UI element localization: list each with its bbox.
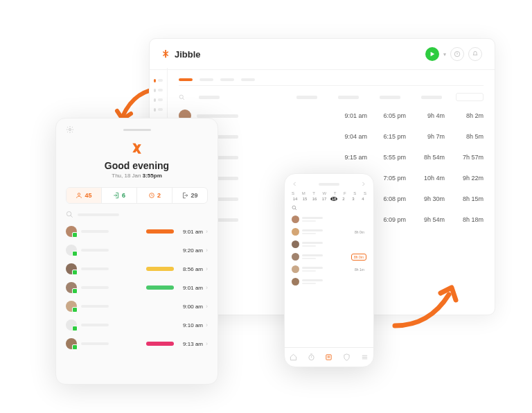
svg-line-3: [183, 98, 184, 99]
brand-logo-icon: [130, 142, 144, 156]
table-row[interactable]: 9:01 am6:05 pm9h 4m8h 2m: [179, 109, 484, 122]
play-button[interactable]: [425, 47, 439, 61]
list-item[interactable]: 9:00 am›: [66, 301, 208, 312]
list-item[interactable]: 9:20 am›: [66, 245, 208, 256]
home-icon[interactable]: [290, 353, 297, 361]
list-icon[interactable]: [325, 353, 332, 361]
status-tabs[interactable]: 45 6 2 29: [66, 187, 208, 204]
stat-out[interactable]: 29: [172, 188, 207, 203]
tablet-window: Good evening Thu, 18 Jan 3:55pm 45 6 2 2…: [55, 118, 218, 385]
svg-point-11: [309, 355, 314, 360]
list-item[interactable]: 9:10 am›: [66, 319, 208, 331]
svg-point-2: [179, 95, 183, 98]
greeting: Good evening: [66, 160, 208, 171]
search-input[interactable]: [292, 205, 366, 211]
list-item[interactable]: [292, 216, 366, 223]
svg-point-7: [66, 211, 71, 216]
search-icon: [66, 211, 73, 218]
help-button[interactable]: ?: [450, 47, 464, 61]
datetime: Thu, 18 Jan 3:55pm: [66, 173, 208, 179]
arrow-icon: [388, 274, 464, 336]
list-item[interactable]: 8:56 am›: [66, 263, 208, 274]
svg-line-8: [71, 216, 73, 218]
svg-line-10: [295, 209, 296, 210]
table-row[interactable]: J9:04 am6:15 pm9h 7m8h 5m: [179, 130, 484, 143]
phone-window: SMTWTFSS 1415161718234 8h 0m8h 0m8h 1m: [284, 173, 374, 367]
list-item[interactable]: 8h 1m: [292, 265, 366, 273]
calendar-week[interactable]: SMTWTFSS 1415161718234: [292, 191, 366, 201]
search-icon: [292, 205, 297, 211]
search-icon[interactable]: [179, 94, 185, 100]
menu-icon[interactable]: [361, 353, 369, 361]
stat-break[interactable]: 2: [137, 188, 172, 203]
search-input[interactable]: [66, 211, 208, 218]
list-item[interactable]: [292, 278, 366, 285]
table-row[interactable]: 9:15 am5:55 pm8h 54m7h 57m: [179, 151, 484, 164]
stat-in[interactable]: 45: [66, 188, 102, 203]
svg-point-4: [69, 129, 71, 131]
stat-login[interactable]: 6: [102, 188, 137, 203]
svg-text:?: ?: [456, 52, 459, 56]
timer-icon[interactable]: [308, 353, 315, 361]
brand-logo: Jibble: [162, 49, 201, 60]
svg-point-5: [78, 193, 80, 195]
list-item[interactable]: 9:13 am›: [66, 338, 208, 349]
desktop-tabs[interactable]: [179, 78, 484, 86]
list-item[interactable]: 8h 0m: [292, 253, 366, 261]
shield-icon[interactable]: [343, 353, 351, 361]
list-item[interactable]: [292, 240, 366, 248]
phone-tabbar[interactable]: [285, 347, 373, 367]
export-button[interactable]: [456, 93, 484, 101]
list-item[interactable]: 9:01 am›: [66, 282, 208, 293]
chevron-left-icon[interactable]: [292, 181, 298, 187]
list-item[interactable]: 9:01 am›: [66, 226, 208, 237]
list-item[interactable]: 8h 0m: [292, 228, 366, 236]
svg-point-9: [292, 206, 296, 209]
notif-button[interactable]: [468, 47, 482, 61]
chevron-right-icon[interactable]: [360, 181, 366, 187]
gear-icon[interactable]: [66, 125, 74, 134]
